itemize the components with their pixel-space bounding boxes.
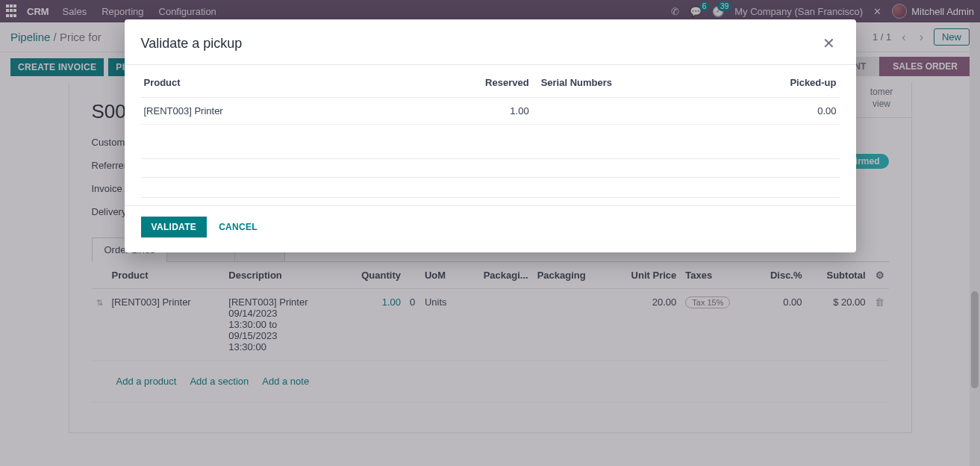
- col-picked-up: Picked-up: [741, 68, 839, 98]
- pickup-picked-up[interactable]: 0.00: [741, 98, 839, 125]
- modal-title: Validate a pickup: [141, 36, 243, 52]
- validate-button[interactable]: VALIDATE: [141, 217, 207, 237]
- validate-pickup-modal: Validate a pickup ✕ Product Reserved Ser…: [125, 19, 856, 252]
- col-serial-numbers: Serial Numbers: [532, 68, 742, 98]
- cancel-button[interactable]: CANCEL: [219, 222, 258, 232]
- col-product: Product: [141, 68, 449, 98]
- pickup-reserved: 1.00: [448, 98, 531, 125]
- close-icon[interactable]: ✕: [818, 33, 840, 54]
- modal-overlay: Validate a pickup ✕ Product Reserved Ser…: [0, 0, 980, 466]
- pickup-row[interactable]: [RENT003] Printer 1.00 0.00: [141, 98, 840, 125]
- pickup-product: [RENT003] Printer: [141, 98, 449, 125]
- col-reserved: Reserved: [448, 68, 531, 98]
- pickup-table: Product Reserved Serial Numbers Picked-u…: [141, 68, 840, 125]
